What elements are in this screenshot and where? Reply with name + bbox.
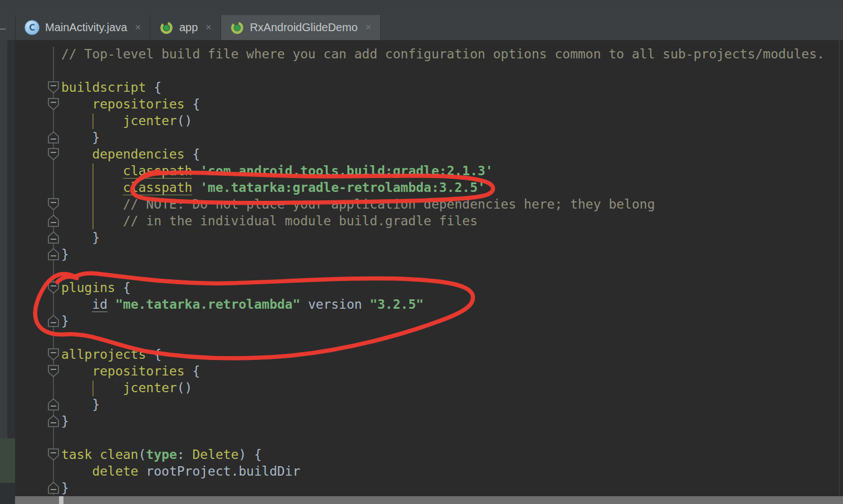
code-token: 'com.android.tools.build:gradle:2.1.3' (200, 164, 493, 178)
tab-close-icon[interactable]: × (365, 22, 371, 33)
side-panel-bottom (0, 483, 15, 504)
code-token: rootProject.buildDir (146, 464, 300, 478)
code-line[interactable]: delete rootProject.buildDir (61, 463, 300, 480)
code-token (61, 164, 123, 178)
editor-tab-rxandroidglidedemo[interactable]: RxAndroidGlideDemo× (221, 15, 381, 40)
code-line[interactable]: } (61, 229, 100, 246)
side-panel-edge: st) (0, 40, 15, 504)
code-token: dependencies (61, 147, 185, 161)
tab-close-icon[interactable]: × (205, 22, 212, 33)
tab-label: RxAndroidGlideDemo (250, 21, 357, 34)
code-line[interactable]: jcenter() (61, 112, 192, 129)
code-line[interactable]: } (61, 129, 100, 146)
code-line[interactable]: plugins { (61, 279, 131, 296)
tab-label: app (179, 21, 198, 34)
code-line[interactable]: classpath 'com.android.tools.build:gradl… (61, 162, 493, 179)
code-token: classpath (123, 180, 193, 195)
code-line[interactable]: task clean(type: Delete) { (61, 446, 262, 463)
code-token (107, 297, 115, 312)
code-token: { (185, 147, 200, 161)
code-token (192, 180, 200, 195)
code-token: ( (138, 447, 146, 462)
code-token: // Top-level build file where you can ad… (61, 47, 825, 61)
code-token: plugins (61, 280, 115, 295)
side-panel-selected-row: st) (0, 438, 15, 483)
code-token: repositories (61, 97, 185, 111)
code-area[interactable]: // Top-level build file where you can ad… (15, 40, 843, 496)
scroll-left-arrow-icon: ← (0, 19, 8, 34)
ide-window: ← CMainActivity.java×app×RxAndroidGlideD… (0, 0, 843, 504)
gradle-icon (159, 21, 174, 35)
code-token (138, 464, 146, 478)
code-token: ) { (239, 447, 262, 462)
code-token: // NOTE: Do not place your application d… (61, 197, 655, 211)
code-token (61, 180, 123, 195)
java-class-icon: C (24, 20, 40, 35)
tab-close-icon[interactable]: × (135, 22, 141, 33)
side-panel-edge-highlight (0, 40, 7, 504)
editor-tab-app[interactable]: app× (150, 15, 221, 40)
code-token: Delete (192, 447, 238, 462)
code-token: allprojects (61, 347, 146, 362)
code-token: } (61, 230, 100, 245)
code-token: { (146, 347, 161, 362)
code-token: delete (61, 464, 138, 478)
code-line[interactable]: // NOTE: Do not place your application d… (61, 196, 655, 213)
scrollbar-thumb[interactable] (59, 496, 63, 504)
code-token: jcenter (61, 113, 177, 128)
code-token: } (61, 481, 69, 495)
code-token: "me.tatarka.retrolambda" (115, 297, 300, 312)
code-token: "3.2.5" (370, 297, 424, 312)
tab-scroll-left-button[interactable]: ← (0, 15, 16, 40)
tabs-container: CMainActivity.java×app×RxAndroidGlideDem… (16, 15, 381, 40)
code-line[interactable]: dependencies { (61, 146, 200, 162)
code-line[interactable]: // Top-level build file where you can ad… (61, 46, 825, 62)
code-token: buildscript (61, 80, 146, 95)
code-token: classpath (123, 164, 193, 179)
code-token: { (185, 364, 200, 378)
code-token: } (61, 130, 100, 145)
code-line[interactable]: id "me.tatarka.retrolambda" version "3.2… (61, 296, 424, 313)
editor-tab-bar: ← CMainActivity.java×app×RxAndroidGlideD… (0, 15, 843, 41)
code-token (192, 164, 200, 178)
code-line[interactable]: } (61, 413, 69, 429)
code-line[interactable]: } (61, 313, 69, 329)
code-line[interactable]: classpath 'me.tatarka:gradle-retrolambda… (61, 179, 486, 196)
code-line[interactable]: } (61, 396, 100, 413)
code-token: repositories (61, 364, 185, 378)
code-token: } (61, 314, 69, 328)
code-token: } (61, 247, 69, 261)
code-line[interactable]: // in the individual module build.gradle… (61, 213, 478, 229)
code-line[interactable]: buildscript { (61, 79, 161, 96)
code-line[interactable]: repositories { (61, 363, 200, 379)
code-token: // in the individual module build.gradle… (61, 214, 478, 228)
code-editor[interactable]: // Top-level build file where you can ad… (15, 40, 843, 496)
code-line[interactable]: } (61, 246, 69, 263)
code-line[interactable]: jcenter() (61, 379, 192, 396)
horizontal-scrollbar[interactable] (15, 496, 843, 504)
code-line[interactable]: repositories { (61, 96, 200, 112)
code-token: () (177, 113, 193, 128)
code-line[interactable]: } (61, 480, 69, 496)
code-token: { (185, 97, 200, 111)
code-token: { (146, 80, 161, 95)
code-token: : (177, 447, 193, 462)
code-token: 'me.tatarka:gradle-retrolambda:3.2.5' (200, 180, 485, 195)
code-token: } (61, 397, 100, 412)
code-token: version (300, 297, 370, 312)
code-token: task clean (61, 447, 138, 462)
code-line[interactable]: allprojects { (61, 346, 161, 363)
editor-tab-mainactivity-java[interactable]: CMainActivity.java× (16, 15, 150, 40)
code-token: } (61, 414, 69, 428)
window-top-bar (0, 0, 843, 15)
gradle-icon (230, 21, 244, 35)
scrollbar-track-edge (839, 40, 840, 496)
code-token (61, 297, 92, 312)
code-token: id (92, 297, 107, 312)
code-token: () (177, 381, 193, 395)
code-token: { (115, 280, 131, 295)
code-token: jcenter (61, 381, 177, 395)
code-token: type (146, 447, 177, 462)
tab-label: MainActivity.java (45, 21, 127, 34)
